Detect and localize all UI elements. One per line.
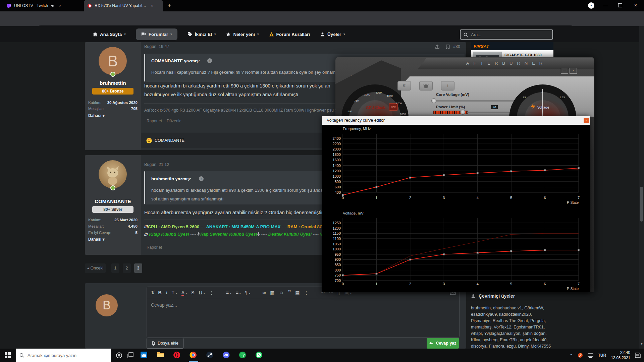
nav-item-i̇kinci-el[interactable]: İkinci El▾ (187, 32, 216, 37)
align-icon[interactable]: ≡ ▾ (236, 290, 241, 295)
editor-box[interactable]: T̸BIT ▾A ▾SU ▾⋮≡ ▾≡ ▾¶ ▾∞▨☺”▦⋮↶↷[]▣ ▾ Ce… (147, 287, 460, 338)
underline-icon[interactable]: U ▾ (199, 290, 205, 295)
online-member[interactable]: ezgu (506, 344, 516, 349)
taskbar-app-chrome[interactable] (190, 351, 198, 359)
share-icon[interactable] (435, 45, 440, 49)
table-icon[interactable]: ▦ (295, 290, 300, 295)
text-color-icon[interactable]: A ▾ (181, 290, 187, 295)
post-author[interactable]: bruhmettin (85, 80, 141, 86)
power-limit-slider-thumb[interactable] (460, 110, 465, 115)
edit-link[interactable]: Düzenle (167, 119, 181, 123)
afterburner-button-i[interactable]: i (441, 81, 454, 90)
reaction-user[interactable]: COMANDANTE (155, 138, 184, 143)
more-icon[interactable]: ⋮ (209, 290, 214, 295)
online-member[interactable]: Flamora (489, 344, 504, 349)
tab-forum[interactable]: RX 570'e Nasıl UV Yapabilirim ? | × (84, 0, 163, 11)
nav-item-forumlar[interactable]: Forumlar▾ (136, 28, 177, 40)
online-member[interactable]: aysberg (483, 338, 497, 342)
image-icon[interactable]: ▨ (270, 290, 274, 295)
afterburner-close-button[interactable]: × (570, 68, 577, 74)
online-member[interactable]: esadctnkya09 (471, 312, 497, 317)
reply-input[interactable]: Cevap yaz... (151, 302, 177, 308)
report-link[interactable]: Rapor et (147, 119, 162, 123)
clock[interactable]: 22:4012.08.2021 (611, 350, 630, 360)
window-close-button[interactable]: × (630, 0, 641, 11)
online-member[interactable]: GörkemW (524, 306, 543, 310)
italic-icon[interactable]: I (166, 290, 167, 295)
page-button-3[interactable]: 3 (134, 263, 142, 273)
post-timestamp[interactable]: Bugün, 19:47 (144, 44, 169, 49)
taskbar-app-whatsapp[interactable] (255, 351, 263, 359)
tab-close-icon[interactable]: × (149, 3, 155, 8)
prev-page-button[interactable]: ◂ Önceki (85, 263, 106, 273)
taskbar-app-spotify[interactable] (239, 351, 247, 359)
nav-item-forum-kuralları[interactable]: Forum Kuralları (269, 32, 310, 37)
cortana-icon[interactable] (116, 352, 122, 359)
window-restore-button[interactable] (614, 0, 626, 11)
post-author[interactable]: COMANDANTE (85, 198, 141, 204)
more-link[interactable]: Dahası ▾ (88, 237, 105, 242)
start-button[interactable] (5, 352, 11, 358)
more-link[interactable]: Dahası ▾ (88, 113, 105, 118)
online-member[interactable]: angelofdeat40 (520, 338, 546, 342)
tray-display-icon[interactable] (588, 353, 593, 358)
taskbar-app-steam[interactable] (206, 351, 214, 359)
quote-jump-icon[interactable]: ↑ (207, 58, 212, 63)
curve-editor-close-button[interactable]: x (584, 118, 589, 123)
page-button-1[interactable]: 1 (111, 263, 119, 273)
avatar[interactable]: B (99, 47, 127, 75)
online-member[interactable]: Dinny (518, 344, 528, 349)
online-member[interactable]: şahin doğan (523, 331, 545, 336)
online-member[interactable]: discorya (471, 344, 487, 349)
tab-close-icon[interactable]: × (57, 3, 63, 8)
more2-icon[interactable]: ⋮ (304, 290, 309, 295)
tray-chevron-up-icon[interactable]: ⌃ (570, 353, 573, 358)
online-member[interactable]: VorTex12 (494, 325, 511, 329)
post-number[interactable]: #30 (453, 44, 460, 49)
voltage-chart[interactable]: 1250120011501100105010009509008508007507… (322, 208, 590, 292)
online-member[interactable]: kadiroztekin2020 (499, 312, 531, 317)
forum-search-box[interactable]: Ara... (460, 29, 553, 40)
language-indicator[interactable]: TUR (598, 353, 606, 358)
link-icon[interactable]: ∞ (262, 290, 266, 295)
online-member[interactable]: whspr (471, 331, 482, 336)
nav-item-ana-sayfa[interactable]: Ana Sayfa▾ (93, 32, 126, 37)
online-member[interactable]: Yvşlagaçtanealıyon (484, 331, 520, 336)
tab-audio-icon[interactable] (51, 4, 55, 8)
nav-item-neler-yeni[interactable]: Neler yeni▾ (226, 32, 259, 37)
afterburner-tray-icon[interactable] (578, 353, 583, 358)
strikethrough-icon[interactable]: S (191, 290, 194, 295)
font-size-icon[interactable]: T ▾ (172, 290, 177, 295)
report-link[interactable]: Rapor et (147, 245, 162, 250)
submit-reply-button[interactable]: Cevap yaz (427, 338, 459, 349)
taskbar-search-box[interactable]: Aramak için buraya yazın (16, 349, 111, 362)
quote-jump-icon[interactable]: ↑ (199, 176, 204, 181)
smiley-icon[interactable]: ☺ (279, 290, 283, 295)
online-member[interactable]: ehuehuehue.v1 (493, 306, 522, 310)
core-voltage-slider-thumb[interactable] (431, 98, 436, 103)
paragraph-icon[interactable]: ¶ ▾ (245, 290, 250, 295)
curve-editor-titlebar[interactable]: Voltage/Frequency curve editor (322, 116, 590, 125)
list-icon[interactable]: ≡ ▾ (226, 290, 231, 295)
quote-icon[interactable]: ” (288, 289, 291, 296)
online-member[interactable]: McK47555 (531, 344, 551, 349)
online-member[interactable]: EmreTRk (500, 338, 518, 342)
page-button-2[interactable]: 2 (123, 263, 131, 273)
taskbar-app-file-explorer[interactable] (157, 351, 165, 359)
quote-author[interactable]: bruhmettin yazmış: (151, 176, 191, 181)
online-member[interactable]: KIlca (471, 338, 480, 342)
frequency-chart[interactable]: 2400220020001800160014001200100080060040… (322, 125, 590, 208)
quote-author[interactable]: COMANDANTE yazmış: (151, 58, 200, 63)
avatar[interactable] (99, 160, 127, 188)
taskbar-app-discord[interactable] (222, 351, 230, 359)
profile-button[interactable]: ▼ (588, 2, 594, 9)
attach-file-button[interactable]: Dosya ekle (147, 338, 183, 349)
notification-center-icon[interactable] (635, 353, 641, 358)
scrollbar-thumb[interactable] (640, 187, 643, 222)
taskbar-app-mail[interactable] (140, 351, 148, 359)
scrollbar-down-arrow[interactable]: ▾ (640, 342, 644, 346)
online-member[interactable]: EgoistmanTR01 (514, 325, 544, 329)
post-timestamp[interactable]: Bugün, 21:12 (144, 162, 169, 167)
taskbar-app-opera[interactable] (173, 351, 181, 359)
online-member[interactable]: Pişmaniye (471, 318, 490, 323)
